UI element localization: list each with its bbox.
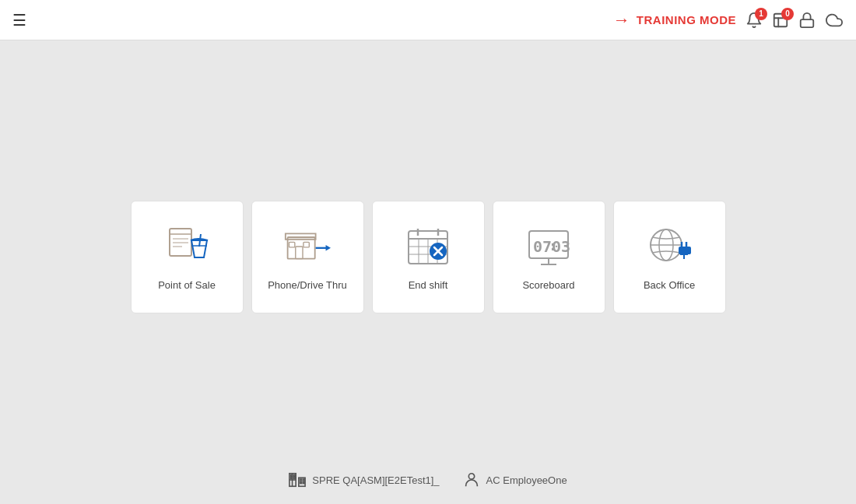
svg-rect-49 xyxy=(291,477,293,478)
svg-rect-52 xyxy=(303,479,305,481)
training-mode-label: TRAINING MODE xyxy=(637,13,736,26)
point-of-sale-label: Point of Sale xyxy=(158,279,216,291)
svg-rect-3 xyxy=(801,19,814,27)
phone-drive-thru-card[interactable]: Phone/Drive Thru xyxy=(251,201,364,313)
cards-row: Point of Sale xyxy=(131,201,726,313)
store-info: SPRE QA[ASM][E2ETest1]_ xyxy=(289,471,439,488)
end-shift-label: End shift xyxy=(409,279,448,291)
building-icon xyxy=(289,471,306,488)
svg-rect-12 xyxy=(296,247,303,259)
back-office-card[interactable]: Back Office xyxy=(613,201,726,313)
svg-rect-11 xyxy=(288,237,315,259)
header: ☰ → TRAINING MODE 1 0 xyxy=(0,0,856,40)
cloud-icon[interactable] xyxy=(825,12,844,29)
document-badge: 0 xyxy=(781,8,794,20)
header-left: ☰ xyxy=(12,11,26,30)
scoreboard-icon: 07 : 03 xyxy=(525,223,572,270)
svg-line-10 xyxy=(199,234,201,247)
svg-rect-13 xyxy=(289,242,294,247)
phone-drive-thru-icon xyxy=(284,223,331,270)
svg-rect-51 xyxy=(300,479,302,481)
svg-rect-47 xyxy=(291,475,293,477)
person-icon xyxy=(463,471,480,488)
phone-drive-thru-label: Phone/Drive Thru xyxy=(268,279,347,291)
notification-badge: 1 xyxy=(755,8,767,20)
notification-bell-icon[interactable]: 1 xyxy=(745,12,763,29)
point-of-sale-icon xyxy=(163,223,210,270)
svg-rect-48 xyxy=(294,475,296,477)
svg-point-55 xyxy=(468,474,474,479)
hamburger-menu-icon[interactable]: ☰ xyxy=(12,11,26,30)
training-arrow-icon: → xyxy=(613,10,630,30)
back-office-icon xyxy=(646,223,693,270)
svg-rect-38 xyxy=(679,247,691,254)
svg-rect-54 xyxy=(303,482,305,484)
header-right: → TRAINING MODE 1 0 xyxy=(613,10,844,30)
svg-rect-53 xyxy=(300,482,302,484)
footer: SPRE QA[ASM][E2ETest1]_ AC EmployeeOne xyxy=(0,471,856,488)
svg-marker-16 xyxy=(326,245,331,250)
svg-text:03: 03 xyxy=(552,237,570,256)
employee-info: AC EmployeeOne xyxy=(463,471,567,488)
training-mode-container: → TRAINING MODE xyxy=(613,10,736,30)
end-shift-card[interactable]: End shift xyxy=(372,201,485,313)
svg-rect-14 xyxy=(303,242,309,247)
main-content: Point of Sale xyxy=(0,40,856,504)
scoreboard-card[interactable]: 07 : 03 Scoreboard xyxy=(493,201,605,313)
point-of-sale-card[interactable]: Point of Sale xyxy=(131,201,244,313)
store-name: SPRE QA[ASM][E2ETest1]_ xyxy=(312,474,439,486)
document-icon[interactable]: 0 xyxy=(772,12,789,29)
employee-name: AC EmployeeOne xyxy=(486,474,567,486)
end-shift-icon xyxy=(405,223,451,270)
svg-rect-50 xyxy=(294,477,296,478)
scoreboard-label: Scoreboard xyxy=(522,279,574,291)
lock-icon[interactable] xyxy=(798,12,816,29)
back-office-label: Back Office xyxy=(644,279,695,291)
